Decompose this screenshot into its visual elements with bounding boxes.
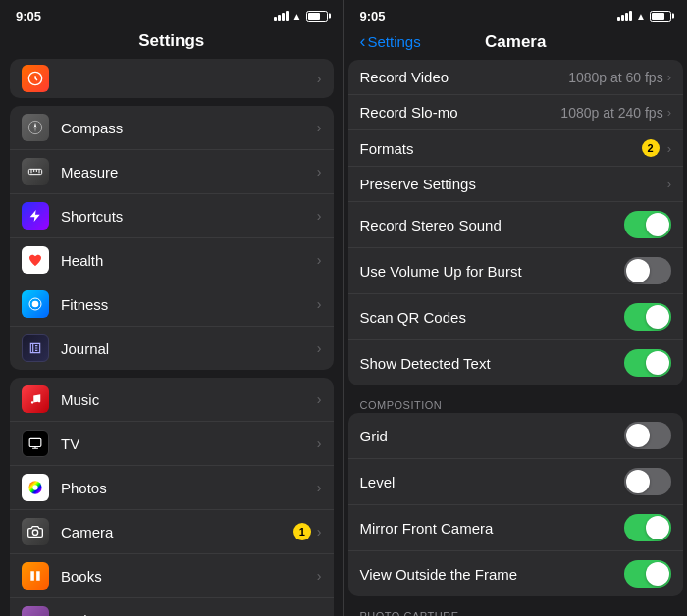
formats-chevron: ›: [667, 141, 671, 156]
settings-item-shortcuts[interactable]: Shortcuts ›: [10, 194, 334, 238]
music-icon: [22, 385, 49, 413]
partial-icon: [22, 65, 49, 92]
volume-burst-label: Use Volume Up for Burst: [360, 263, 625, 280]
scan-qr-toggle[interactable]: [624, 303, 671, 331]
view-outside-toggle[interactable]: [624, 560, 671, 588]
camera-item-preserve-settings[interactable]: Preserve Settings ›: [348, 167, 684, 202]
settings-group-2-inner: Music › TV ›: [10, 378, 334, 616]
settings-group-2: Music › TV ›: [0, 378, 344, 616]
settings-list: › Compass ›: [0, 59, 344, 616]
camera-group-photo-capture: PHOTO CAPTURE Scene Detection Automatica…: [348, 604, 684, 616]
right-status-icons: ▲: [617, 11, 671, 22]
left-phone: 9:05 ▲ Settings ›: [0, 0, 344, 616]
svg-rect-4: [28, 169, 41, 174]
camera-item-record-slomo[interactable]: Record Slo-mo 1080p at 240 fps ›: [348, 95, 684, 130]
svg-marker-3: [34, 128, 37, 132]
right-status-bar: 9:05 ▲: [344, 0, 688, 27]
back-chevron-icon: ‹: [360, 31, 366, 52]
level-toggle[interactable]: [624, 468, 671, 495]
camera-item-formats[interactable]: Formats 2 ›: [348, 130, 684, 167]
settings-item-journal[interactable]: Journal ›: [10, 327, 334, 370]
books-label: Books: [61, 568, 317, 585]
shortcuts-chevron: ›: [317, 208, 322, 224]
camera-settings-list: Record Video 1080p at 60 fps › Record Sl…: [344, 60, 688, 616]
partial-chevron: ›: [317, 71, 322, 86]
settings-item-camera[interactable]: Camera 1 ›: [10, 510, 334, 554]
settings-group-1: Compass › Measure ›: [0, 106, 344, 370]
camera-item-show-detected-text[interactable]: Show Detected Text: [348, 340, 684, 385]
camera-group-composition: COMPOSITION Grid Level Mirror Front Came…: [348, 393, 684, 596]
settings-header: Settings: [0, 27, 344, 59]
compass-chevron: ›: [317, 120, 322, 135]
right-status-time: 9:05: [360, 9, 386, 24]
photos-icon: [22, 474, 49, 501]
volume-burst-toggle[interactable]: [624, 257, 671, 284]
camera-group-1-inner: Record Video 1080p at 60 fps › Record Sl…: [348, 60, 684, 385]
right-phone: 9:05 ▲ ‹ Settings Camera Re: [344, 0, 688, 616]
record-slomo-chevron: ›: [667, 105, 671, 120]
record-video-chevron: ›: [667, 70, 671, 84]
settings-item-podcasts[interactable]: Podcasts ›: [10, 598, 334, 616]
fitness-chevron: ›: [317, 296, 322, 312]
journal-label: Journal: [61, 340, 317, 357]
preserve-settings-chevron: ›: [667, 177, 671, 191]
back-button[interactable]: ‹ Settings: [360, 31, 421, 52]
camera-badge: 1: [293, 523, 311, 540]
signal-icon: [274, 11, 289, 21]
camera-item-record-stereo[interactable]: Record Stereo Sound: [348, 202, 684, 248]
right-battery-icon: [650, 11, 671, 22]
photo-capture-section-header: PHOTO CAPTURE: [348, 604, 684, 616]
svg-marker-2: [34, 123, 37, 128]
back-label: Settings: [368, 33, 421, 50]
settings-group-1-inner: Compass › Measure ›: [10, 106, 334, 370]
camera-item-volume-burst[interactable]: Use Volume Up for Burst: [348, 248, 684, 294]
camera-item-grid[interactable]: Grid: [348, 413, 684, 459]
camera-item-view-outside[interactable]: View Outside the Frame: [348, 551, 684, 596]
partial-item: ›: [10, 59, 334, 98]
tv-label: TV: [61, 436, 317, 452]
compass-label: Compass: [61, 120, 317, 136]
camera-page-title: Camera: [485, 32, 546, 52]
composition-section-header: COMPOSITION: [348, 393, 684, 413]
camera-item-scan-qr[interactable]: Scan QR Codes: [348, 294, 684, 340]
fitness-icon: [22, 290, 49, 318]
grid-toggle[interactable]: [624, 422, 671, 449]
camera-group-1: Record Video 1080p at 60 fps › Record Sl…: [348, 60, 684, 385]
compass-icon: [22, 114, 49, 141]
health-label: Health: [61, 252, 317, 269]
books-icon: [22, 562, 49, 590]
camera-item-mirror-front[interactable]: Mirror Front Camera: [348, 505, 684, 551]
photos-chevron: ›: [317, 480, 322, 495]
books-chevron: ›: [317, 568, 322, 584]
mirror-front-label: Mirror Front Camera: [360, 520, 625, 537]
settings-item-tv[interactable]: TV ›: [10, 422, 334, 466]
svg-rect-11: [29, 438, 41, 446]
left-status-icons: ▲: [274, 11, 328, 22]
podcasts-label: Podcasts: [61, 612, 317, 617]
settings-item-fitness[interactable]: Fitness ›: [10, 282, 334, 327]
record-stereo-toggle[interactable]: [624, 211, 671, 238]
left-status-bar: 9:05 ▲: [0, 0, 344, 27]
show-detected-text-toggle[interactable]: [624, 349, 671, 377]
mirror-front-toggle[interactable]: [624, 514, 671, 541]
show-detected-text-label: Show Detected Text: [360, 355, 625, 372]
left-status-time: 9:05: [16, 9, 41, 24]
settings-item-measure[interactable]: Measure ›: [10, 150, 334, 194]
camera-item-level[interactable]: Level: [348, 459, 684, 505]
settings-item-photos[interactable]: Photos ›: [10, 466, 334, 510]
svg-point-12: [32, 485, 37, 489]
camera-icon: [22, 518, 49, 545]
measure-icon: [22, 158, 49, 185]
tv-icon: [22, 430, 49, 457]
podcasts-icon: [22, 606, 49, 616]
journal-icon: [22, 334, 49, 362]
tv-chevron: ›: [317, 436, 322, 451]
health-icon: [22, 246, 49, 274]
camera-item-record-video[interactable]: Record Video 1080p at 60 fps ›: [348, 60, 684, 95]
settings-item-compass[interactable]: Compass ›: [10, 106, 334, 150]
settings-item-books[interactable]: Books ›: [10, 554, 334, 598]
settings-item-health[interactable]: Health ›: [10, 238, 334, 282]
shortcuts-label: Shortcuts: [61, 208, 317, 225]
settings-item-music[interactable]: Music ›: [10, 378, 334, 422]
record-video-value: 1080p at 60 fps: [568, 70, 663, 85]
